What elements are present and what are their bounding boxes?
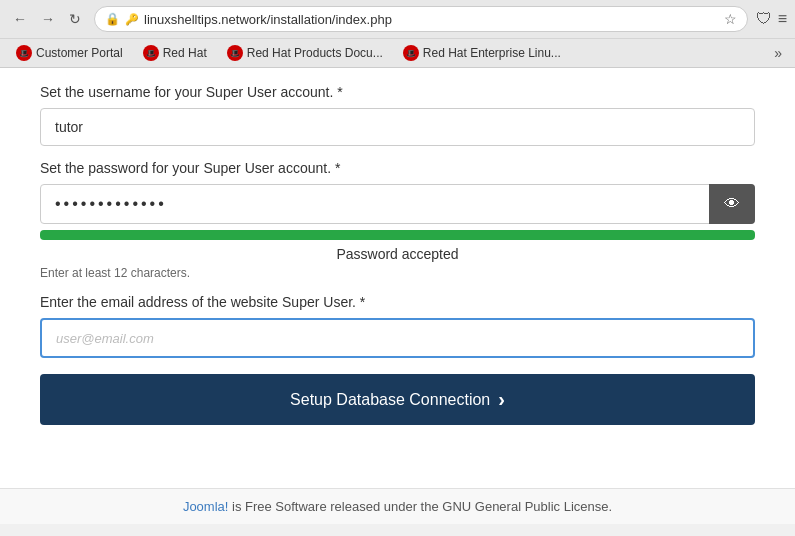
url-text: linuxshelltips.network/installation/inde…: [144, 12, 719, 27]
footer-bar: Joomla! is Free Software released under …: [0, 488, 795, 524]
password-section: Set the password for your Super User acc…: [40, 160, 755, 280]
bookmark-red-hat-enterprise[interactable]: 🎩 Red Hat Enterprise Linu...: [395, 43, 569, 63]
key-icon: 🔑: [125, 13, 139, 26]
address-bar[interactable]: 🔒 🔑 linuxshelltips.network/installation/…: [94, 6, 748, 32]
lock-icon: 🔒: [105, 12, 120, 26]
joomla-link[interactable]: Joomla!: [183, 499, 229, 514]
bookmark-red-hat[interactable]: 🎩 Red Hat: [135, 43, 215, 63]
username-input[interactable]: [40, 108, 755, 146]
shield-icon[interactable]: 🛡: [756, 10, 772, 28]
back-button[interactable]: ←: [8, 9, 32, 29]
password-hint: Enter at least 12 characters.: [40, 266, 755, 280]
password-wrapper: 👁: [40, 184, 755, 224]
more-bookmarks-button[interactable]: »: [769, 43, 787, 63]
username-section: Set the username for your Super User acc…: [40, 84, 755, 146]
setup-button-arrow: ›: [498, 388, 505, 411]
bookmark-red-hat-products[interactable]: 🎩 Red Hat Products Docu...: [219, 43, 391, 63]
bookmark-customer-portal[interactable]: 🎩 Customer Portal: [8, 43, 131, 63]
footer-text: is Free Software released under the GNU …: [228, 499, 612, 514]
forward-button[interactable]: →: [36, 9, 60, 29]
bookmark-label-2: Red Hat: [163, 46, 207, 60]
browser-chrome: ← → ↻ 🔒 🔑 linuxshelltips.network/install…: [0, 0, 795, 68]
setup-database-button[interactable]: Setup Database Connection ›: [40, 374, 755, 425]
bookmark-label-3: Red Hat Products Docu...: [247, 46, 383, 60]
menu-icon[interactable]: ≡: [778, 10, 787, 28]
password-strength-bar: [40, 230, 755, 240]
rh-logo-1: 🎩: [16, 45, 32, 61]
rh-logo-3: 🎩: [227, 45, 243, 61]
setup-button-label: Setup Database Connection: [290, 391, 490, 409]
show-password-button[interactable]: 👁: [709, 184, 755, 224]
star-icon[interactable]: ☆: [724, 11, 737, 27]
rh-logo-4: 🎩: [403, 45, 419, 61]
browser-icons: 🛡 ≡: [756, 10, 787, 28]
eye-icon: 👁: [724, 195, 740, 213]
nav-buttons: ← → ↻: [8, 9, 86, 29]
rh-logo-2: 🎩: [143, 45, 159, 61]
password-accepted-text: Password accepted: [40, 246, 755, 262]
email-input[interactable]: [40, 318, 755, 358]
email-label: Enter the email address of the website S…: [40, 294, 755, 310]
bookmark-label-4: Red Hat Enterprise Linu...: [423, 46, 561, 60]
password-label: Set the password for your Super User acc…: [40, 160, 755, 176]
bookmark-label-1: Customer Portal: [36, 46, 123, 60]
username-label: Set the username for your Super User acc…: [40, 84, 755, 100]
form-container: Set the username for your Super User acc…: [0, 68, 795, 425]
browser-toolbar: ← → ↻ 🔒 🔑 linuxshelltips.network/install…: [0, 0, 795, 38]
page-wrapper: Set the username for your Super User acc…: [0, 68, 795, 524]
password-input[interactable]: [40, 184, 755, 224]
bookmarks-bar: 🎩 Customer Portal 🎩 Red Hat 🎩 Red Hat Pr…: [0, 38, 795, 67]
email-section: Enter the email address of the website S…: [40, 294, 755, 358]
reload-button[interactable]: ↻: [64, 9, 86, 29]
